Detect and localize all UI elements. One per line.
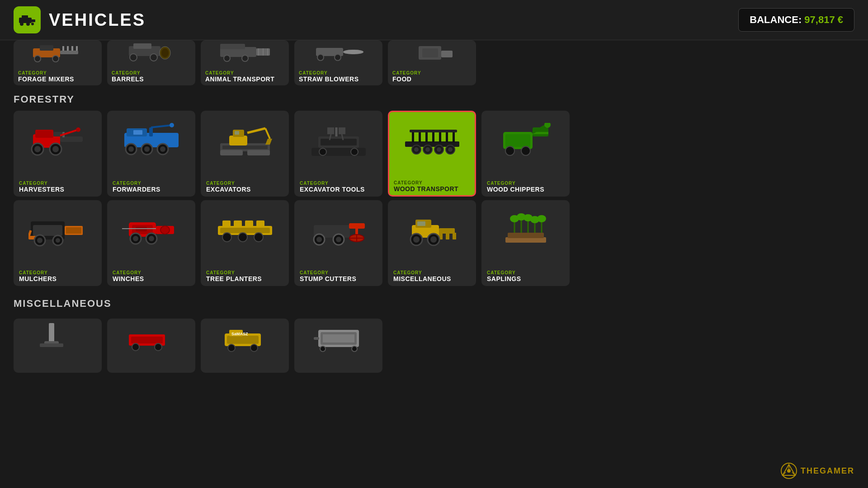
svg-point-9 (52, 56, 59, 62)
svg-rect-35 (441, 51, 453, 57)
misc-section-label: MISCELLANEOUS (14, 290, 854, 315)
misc-1-image (14, 319, 102, 355)
category-card-misc-forestry[interactable]: CATEGORY MISCELLANEOUS (388, 200, 476, 286)
svg-rect-63 (229, 136, 247, 145)
category-card-food[interactable]: CATEGORY FOOD (388, 40, 476, 85)
svg-point-28 (242, 55, 248, 61)
misc-card-2[interactable] (107, 319, 195, 373)
category-card-forage-mixers[interactable]: CATEGORY FORAGE MIXERS (14, 40, 102, 85)
category-card-straw-blowers[interactable]: CATEGORY STRAW BLOWERS (294, 40, 382, 85)
svg-point-132 (254, 233, 263, 242)
stump-cutters-name: STUMP CUTTERS (300, 275, 377, 282)
misc-card-1[interactable] (14, 319, 102, 373)
svg-point-113 (56, 238, 60, 243)
svg-rect-70 (321, 139, 357, 145)
tree-planters-name: TREE PLANTERS (206, 275, 283, 282)
watermark: THEGAMER (781, 463, 854, 479)
misc-card-3[interactable]: SaMASZ (201, 319, 289, 373)
straw-blowers-label-area: CATEGORY STRAW BLOWERS (294, 68, 382, 85)
saplings-category: CATEGORY (487, 270, 564, 275)
svg-line-66 (247, 128, 265, 133)
svg-point-121 (133, 236, 138, 241)
category-card-stump-cutters[interactable]: CATEGORY STUMP CUTTERS (294, 200, 382, 286)
food-label-area: CATEGORY FOOD (388, 68, 476, 85)
mulchers-image (14, 201, 101, 260)
svg-rect-37 (35, 130, 53, 138)
category-card-mulchers[interactable]: CATEGORY MULCHERS (14, 200, 102, 286)
svg-point-58 (170, 123, 174, 127)
category-card-forwarders[interactable]: CATEGORY FORWARDERS (107, 111, 195, 197)
straw-blowers-image (294, 40, 382, 65)
svg-rect-11 (62, 46, 64, 51)
category-card-excavator-tools[interactable]: CATEGORY EXCAVATOR TOOLS (294, 111, 382, 197)
svg-point-42 (34, 146, 41, 152)
category-card-animal-transport[interactable]: CATEGORY ANIMAL TRANSPORT (201, 40, 289, 85)
svg-rect-126 (222, 221, 231, 227)
forage-mixers-label-area: CATEGORY FORAGE MIXERS (14, 68, 102, 85)
balance-label: BALANCE: (750, 14, 802, 25)
misc-4-image (294, 319, 382, 355)
svg-rect-14 (76, 46, 78, 51)
wood-chippers-category: CATEGORY (487, 181, 564, 186)
svg-point-153 (430, 236, 437, 243)
svg-point-31 (335, 54, 341, 61)
svg-rect-86 (453, 131, 455, 142)
svg-point-103 (544, 123, 551, 128)
svg-point-53 (144, 146, 150, 152)
svg-marker-68 (265, 139, 272, 145)
svg-point-51 (128, 146, 134, 152)
category-card-barrels[interactable]: CATEGORY BARRELS (107, 40, 195, 85)
svg-point-187 (787, 469, 791, 473)
tree-planters-category: CATEGORY (206, 270, 283, 275)
svg-rect-65 (235, 131, 239, 135)
stump-cutters-label-area: CATEGORY STUMP CUTTERS (295, 267, 382, 285)
svg-line-67 (265, 128, 270, 139)
svg-point-18 (150, 54, 157, 61)
svg-point-17 (130, 54, 137, 61)
svg-rect-56 (149, 127, 153, 136)
svg-point-183 (320, 346, 326, 352)
misc-forestry-label-area: CATEGORY MISCELLANEOUS (389, 267, 475, 285)
svg-rect-149 (453, 233, 456, 239)
svg-point-55 (160, 146, 165, 152)
category-card-wood-transport[interactable]: CATEGORY WOOD TRANSPORT (388, 111, 476, 197)
svg-rect-182 (314, 337, 319, 340)
category-card-wood-chippers[interactable]: CATEGORY WOOD CHIPPERS (481, 111, 570, 197)
category-card-tree-planters[interactable]: CATEGORY TREE PLANTERS (201, 200, 289, 286)
svg-point-30 (317, 54, 324, 61)
svg-rect-85 (446, 131, 448, 142)
excavator-tools-label-area: CATEGORY EXCAVATOR TOOLS (295, 178, 382, 196)
excavator-tools-image (295, 112, 382, 170)
watermark-text: THEGAMER (801, 466, 854, 476)
svg-point-8 (34, 56, 41, 62)
svg-rect-134 (349, 223, 365, 229)
svg-point-101 (521, 146, 530, 155)
svg-line-57 (151, 125, 172, 127)
forestry-row-1: CATEGORY HARVESTERS (14, 111, 854, 197)
category-card-saplings[interactable]: CATEGORY SAPLINGS (481, 200, 570, 286)
food-image (388, 40, 476, 65)
harvesters-name: HARVESTERS (19, 186, 96, 193)
misc-2-image (107, 319, 195, 355)
svg-point-89 (414, 147, 419, 152)
saplings-label-area: CATEGORY SAPLINGS (482, 267, 569, 285)
saplings-name: SAPLINGS (487, 275, 564, 282)
category-card-winches[interactable]: CATEGORY WINCHES (107, 200, 195, 286)
vehicles-icon (14, 6, 41, 33)
svg-point-111 (37, 238, 42, 243)
harvesters-label-area: CATEGORY HARVESTERS (14, 178, 101, 196)
svg-rect-61 (220, 150, 243, 155)
forwarders-category: CATEGORY (113, 181, 190, 186)
category-card-excavators[interactable]: CATEGORY EXCAVATORS (201, 111, 289, 197)
animal-transport-category: CATEGORY (205, 70, 284, 75)
misc-card-4[interactable] (294, 319, 382, 373)
excavators-image (202, 112, 288, 170)
animal-transport-name: ANIMAL TRANSPORT (205, 75, 284, 83)
svg-rect-22 (220, 44, 245, 49)
svg-rect-87 (410, 130, 457, 132)
category-card-harvesters[interactable]: CATEGORY HARVESTERS (14, 111, 102, 197)
harvesters-image (14, 112, 101, 170)
svg-point-44 (52, 146, 59, 152)
saplings-image (482, 201, 569, 260)
mulchers-category: CATEGORY (19, 270, 96, 275)
